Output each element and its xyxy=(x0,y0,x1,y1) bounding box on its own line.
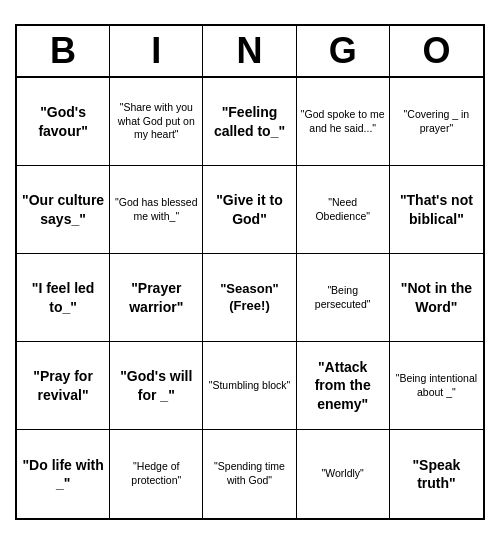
bingo-cell: "Being intentional about _" xyxy=(390,342,483,430)
cell-text: "Spending time with God" xyxy=(207,460,291,487)
cell-text: "God's will for _" xyxy=(114,367,198,403)
header-letter: O xyxy=(390,26,483,76)
cell-text: "Need Obedience" xyxy=(301,196,385,223)
cell-text: "Our culture says_" xyxy=(21,191,105,227)
bingo-cell: "God's will for _" xyxy=(110,342,203,430)
bingo-cell: "Spending time with God" xyxy=(203,430,296,518)
bingo-cell: "Our culture says_" xyxy=(17,166,110,254)
header-letter: I xyxy=(110,26,203,76)
cell-text: "Prayer warrior" xyxy=(114,279,198,315)
cell-text: "God spoke to me and he said..." xyxy=(301,108,385,135)
bingo-cell: "Give it to God" xyxy=(203,166,296,254)
cell-text: "That's not biblical" xyxy=(394,191,479,227)
bingo-cell: "God has blessed me with_" xyxy=(110,166,203,254)
bingo-cell: "Season" (Free!) xyxy=(203,254,296,342)
cell-text: "Worldly" xyxy=(322,467,364,481)
cell-text: "I feel led to_" xyxy=(21,279,105,315)
bingo-cell: "Need Obedience" xyxy=(297,166,390,254)
cell-text: "Hedge of protection" xyxy=(114,460,198,487)
bingo-cell: "Pray for revival" xyxy=(17,342,110,430)
bingo-cell: "That's not biblical" xyxy=(390,166,483,254)
cell-text: "Speak truth" xyxy=(394,456,479,492)
bingo-cell: "Hedge of protection" xyxy=(110,430,203,518)
bingo-cell: "Prayer warrior" xyxy=(110,254,203,342)
bingo-cell: "Do life with _" xyxy=(17,430,110,518)
bingo-cell: "Share with you what God put on my heart… xyxy=(110,78,203,166)
cell-text: "Not in the Word" xyxy=(394,279,479,315)
bingo-cell: "God spoke to me and he said..." xyxy=(297,78,390,166)
header-letter: N xyxy=(203,26,296,76)
cell-text: "Attack from the enemy" xyxy=(301,358,385,413)
cell-text: "Stumbling block" xyxy=(209,379,291,393)
bingo-cell: "Stumbling block" xyxy=(203,342,296,430)
cell-text: "Give it to God" xyxy=(207,191,291,227)
cell-text: "Do life with _" xyxy=(21,456,105,492)
bingo-cell: "Attack from the enemy" xyxy=(297,342,390,430)
bingo-cell: "Worldly" xyxy=(297,430,390,518)
bingo-cell: "I feel led to_" xyxy=(17,254,110,342)
bingo-card: BINGO "God's favour""Share with you what… xyxy=(15,24,485,520)
bingo-cell: "Not in the Word" xyxy=(390,254,483,342)
cell-text: "God's favour" xyxy=(21,103,105,139)
cell-text: "Pray for revival" xyxy=(21,367,105,403)
bingo-cell: "Feeling called to_" xyxy=(203,78,296,166)
bingo-grid: "God's favour""Share with you what God p… xyxy=(17,78,483,518)
header-letter: B xyxy=(17,26,110,76)
cell-text: "Season" (Free!) xyxy=(207,281,291,315)
cell-text: "Being intentional about _" xyxy=(394,372,479,399)
bingo-cell: "Covering _ in prayer" xyxy=(390,78,483,166)
header-letter: G xyxy=(297,26,390,76)
bingo-cell: "Speak truth" xyxy=(390,430,483,518)
cell-text: "Feeling called to_" xyxy=(207,103,291,139)
cell-text: "God has blessed me with_" xyxy=(114,196,198,223)
bingo-cell: "Being persecuted" xyxy=(297,254,390,342)
cell-text: "Share with you what God put on my heart… xyxy=(114,101,198,142)
cell-text: "Covering _ in prayer" xyxy=(394,108,479,135)
bingo-cell: "God's favour" xyxy=(17,78,110,166)
bingo-header: BINGO xyxy=(17,26,483,78)
cell-text: "Being persecuted" xyxy=(301,284,385,311)
